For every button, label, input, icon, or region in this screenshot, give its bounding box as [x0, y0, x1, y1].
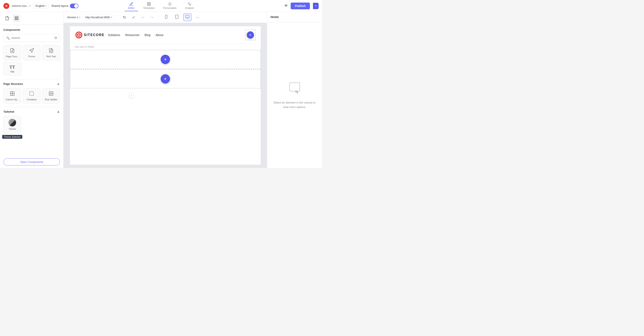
container-icon — [29, 91, 34, 97]
tab-personalize-label: Personalize — [163, 7, 176, 10]
add-header-element-button[interactable]: + — [245, 30, 256, 40]
nav-about[interactable]: About — [156, 33, 164, 37]
page-structure-title: Page Structure — [4, 82, 23, 86]
url-bar[interactable]: http://localhost:3000 ▾ — [83, 15, 114, 20]
tablet-icon — [175, 15, 179, 19]
search-icon: 🔍 — [6, 36, 10, 40]
collapse-panel-button[interactable]: ‹ — [128, 93, 134, 98]
container-label: Container — [27, 98, 37, 101]
tab-templates[interactable]: Templates — [140, 1, 158, 11]
panel-icon-bar — [0, 12, 64, 25]
row-splitter-label: Row Splitter — [45, 98, 58, 101]
open-components-button[interactable]: Open Components — [4, 158, 60, 165]
tab-personalize[interactable]: Personalize — [160, 1, 180, 11]
component-theme[interactable]: Theme Theme Switcher — [4, 116, 21, 133]
tab-analyze[interactable]: Analyze — [182, 1, 198, 11]
check-button[interactable]: ✓ — [130, 14, 137, 21]
search-input[interactable] — [12, 36, 52, 40]
svg-point-31 — [78, 34, 80, 36]
svg-rect-32 — [290, 83, 300, 91]
version-chevron: ▾ — [79, 16, 80, 19]
svg-rect-5 — [15, 17, 16, 18]
column-splitter-label: Column Sp... — [6, 98, 19, 101]
toolbar-separator-2 — [158, 15, 159, 20]
desktop-icon — [185, 15, 190, 19]
url-label: http://localhost:3000 — [85, 16, 110, 19]
component-title[interactable]: TT Title — [4, 62, 21, 76]
canvas-row-1: + — [70, 50, 261, 69]
component-row-splitter[interactable]: Row Splitter — [42, 88, 60, 104]
page-icon-button[interactable] — [4, 15, 11, 22]
component-rich-text[interactable]: Rich Text — [42, 45, 60, 61]
site-header: SITECORE Solutions Resources Blog About … — [70, 26, 261, 44]
page-container-icon — [10, 48, 15, 54]
version-selector[interactable]: Version 1 ▾ — [67, 16, 80, 19]
undo-button[interactable]: ↩ — [140, 14, 146, 21]
panel-content: Components 🔍 ⚙ Page Cont... — [0, 25, 64, 156]
mobile-view-button[interactable] — [162, 14, 170, 21]
svg-rect-22 — [165, 15, 167, 19]
language-chevron: ▾ — [45, 5, 46, 7]
publish-dropdown-button[interactable]: ▾ — [313, 3, 318, 9]
svg-rect-17 — [30, 92, 34, 96]
select-element-text: Select an element in the canvas to view … — [272, 101, 317, 109]
tailwind-collapse[interactable]: ▲ — [56, 110, 60, 114]
svg-rect-8 — [17, 19, 18, 20]
filter-icon[interactable]: ⚙ — [54, 36, 57, 40]
svg-rect-3 — [149, 4, 150, 6]
nav-right: 👁 Publish ▾ — [284, 3, 318, 9]
sitecore-logo: SITECORE — [75, 31, 105, 39]
rich-text-icon — [48, 48, 54, 54]
language-selector[interactable]: English ▾ — [33, 3, 49, 9]
page-structure-header: Page Structure ▲ — [4, 79, 60, 86]
theme-tooltip: Theme Switcher — [2, 135, 22, 139]
desktop-view-button[interactable] — [183, 14, 192, 21]
preview-button[interactable]: 👁 — [284, 4, 288, 8]
component-promo[interactable]: Promo — [23, 45, 41, 61]
mobile-icon — [164, 15, 168, 19]
right-panel-title: Home — [267, 12, 322, 22]
add-row-1-button[interactable]: + — [161, 55, 170, 64]
shared-layout-toggle-container: Shared layout — [51, 4, 78, 8]
theme-label: Theme — [9, 128, 16, 130]
collapse-chevron-icon: ‹ — [131, 94, 132, 97]
canvas-row-2: + — [70, 69, 261, 89]
svg-rect-1 — [149, 2, 150, 4]
component-column-splitter[interactable]: Column Sp... — [4, 88, 21, 104]
component-page-container[interactable]: Page Cont... — [4, 45, 21, 61]
promo-icon — [29, 48, 34, 54]
svg-rect-33 — [290, 83, 300, 91]
page-icon — [5, 16, 9, 20]
component-theme-wrapper: Theme Theme Switcher — [4, 116, 21, 133]
tab-editor[interactable]: Editor — [125, 1, 138, 11]
components-icon-button[interactable] — [13, 15, 20, 22]
publish-button[interactable]: Publish — [291, 3, 310, 9]
nav-solutions[interactable]: Solutions — [108, 33, 120, 37]
redo-button[interactable]: ↪ — [148, 14, 155, 21]
component-container[interactable]: Container — [23, 88, 41, 104]
page-structure-grid: Column Sp... Container Row Splitter — [4, 88, 60, 104]
right-panel-content: Select an element in the canvas to view … — [267, 22, 322, 168]
svg-rect-24 — [175, 15, 178, 19]
shared-layout-toggle[interactable] — [70, 4, 78, 8]
editor-icon — [129, 2, 133, 6]
svg-rect-26 — [186, 15, 189, 18]
page-structure-collapse[interactable]: ▲ — [56, 82, 60, 86]
nav-resources[interactable]: Resources — [125, 33, 140, 37]
column-splitter-icon — [10, 91, 15, 97]
svg-point-4 — [169, 4, 170, 5]
url-chevron: ▾ — [111, 16, 112, 19]
add-row-2-button[interactable]: + — [161, 74, 170, 84]
nav-tabs: Editor Templates Personalize Analyze — [125, 1, 197, 11]
site-navigation: Solutions Resources Blog About — [108, 33, 163, 37]
refresh-button[interactable]: ↻ — [121, 14, 128, 21]
app-dropdown[interactable]: tailwind-star... ▾ — [12, 4, 30, 8]
expand-options-button[interactable]: ⋯ — [194, 14, 201, 21]
tablet-view-button[interactable] — [173, 14, 181, 21]
sitecore-circle-icon — [75, 31, 83, 39]
canvas-inner: SITECORE Solutions Resources Blog About … — [70, 26, 261, 165]
svg-rect-0 — [147, 2, 148, 4]
add-header-plus-button[interactable]: + — [247, 31, 254, 39]
nav-blog[interactable]: Blog — [144, 33, 150, 37]
components-icon — [14, 16, 19, 20]
